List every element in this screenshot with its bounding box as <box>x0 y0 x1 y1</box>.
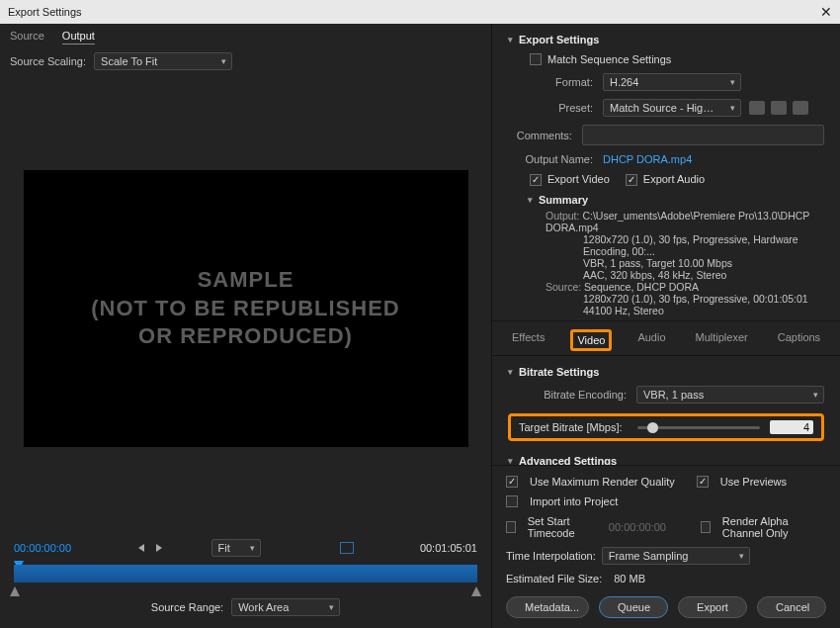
tab-effects[interactable]: Effects <box>508 329 548 351</box>
import-project-label: Import into Project <box>530 495 618 507</box>
output-name-label: Output Name: <box>508 153 593 165</box>
start-tc-value: 00:00:00:00 <box>609 521 666 533</box>
tab-audio[interactable]: Audio <box>633 329 669 351</box>
watermark-l2: (NOT TO BE REPUBLISHED <box>91 295 400 323</box>
tab-source[interactable]: Source <box>10 30 44 45</box>
format-label: Format: <box>508 76 593 88</box>
tab-output[interactable]: Output <box>62 30 95 45</box>
summary-output-l3: VBR, 1 pass, Target 10.00 Mbps <box>546 257 824 269</box>
timecode-row: 00:00:00:00 Fit 00:01:05:01 <box>0 531 491 565</box>
timeline-track[interactable] <box>14 565 477 583</box>
bitrate-enc-value: VBR, 1 pass <box>643 389 704 401</box>
summary-source-l2: 1280x720 (1.0), 30 fps, Progressive, 00:… <box>546 293 824 305</box>
preset-label: Preset: <box>508 102 593 114</box>
max-quality-label: Use Maximum Render Quality <box>530 476 675 488</box>
summary-output-path: C:\User_uments\Adobe\Premiere Pro\13.0\D… <box>546 210 809 233</box>
next-frame-icon[interactable] <box>156 544 162 552</box>
close-icon[interactable]: ✕ <box>820 4 832 20</box>
render-alpha-checkbox[interactable] <box>701 521 711 533</box>
slider-knob-icon[interactable] <box>647 422 658 433</box>
title-bar: Export Settings ✕ <box>0 0 840 24</box>
import-preset-icon[interactable] <box>771 101 787 115</box>
export-audio-checkbox[interactable] <box>626 174 637 186</box>
tab-multiplexer[interactable]: Multiplexer <box>692 329 752 351</box>
comments-label: Comments: <box>508 130 572 141</box>
source-range-label: Source Range: <box>151 601 223 613</box>
export-video-checkbox[interactable] <box>530 174 542 186</box>
delete-preset-icon[interactable] <box>793 101 808 115</box>
bitrate-enc-label: Bitrate Encoding: <box>528 389 627 401</box>
target-bitrate-input[interactable]: 4 <box>770 420 813 434</box>
chevron-down-icon: ▾ <box>528 195 533 205</box>
metadata-button[interactable]: Metadata... <box>506 596 589 618</box>
export-settings-header[interactable]: ▾ Export Settings <box>508 30 824 49</box>
export-button[interactable]: Export <box>678 596 747 618</box>
use-previews-checkbox[interactable] <box>697 476 709 488</box>
time-interp-value: Frame Sampling <box>609 550 689 562</box>
format-value: H.264 <box>610 76 638 88</box>
import-project-checkbox[interactable] <box>506 495 518 507</box>
preview-area: SAMPLE (NOT TO BE REPUBLISHED OR REPRODU… <box>0 76 491 531</box>
source-range-row: Source Range: Work Area <box>0 590 491 628</box>
summary-output-l2: 1280x720 (1.0), 30 fps, Progressive, Har… <box>546 233 824 257</box>
use-previews-label: Use Previews <box>720 476 787 488</box>
timeline[interactable] <box>0 565 491 590</box>
summary-source-l1: Sequence, DHCP DORA <box>584 281 699 293</box>
save-preset-icon[interactable] <box>749 101 765 115</box>
match-sequence-checkbox[interactable] <box>530 53 542 65</box>
export-video-label: Export Video <box>547 173 610 185</box>
export-audio-label: Export Audio <box>643 173 705 185</box>
source-range-select[interactable]: Work Area <box>231 598 340 616</box>
target-bitrate-slider[interactable] <box>637 426 760 429</box>
summary-source-l3: 44100 Hz, Stereo <box>546 305 824 316</box>
prev-frame-icon[interactable] <box>138 544 144 552</box>
target-bitrate-row: Target Bitrate [Mbps]: 4 <box>508 413 824 441</box>
right-panel: ▾ Export Settings Match Sequence Setting… <box>492 24 840 628</box>
summary-output-l4: AAC, 320 kbps, 48 kHz, Stereo <box>546 269 824 281</box>
summary-block: Output: C:\User_uments\Adobe\Premiere Pr… <box>508 210 824 316</box>
codec-tabs: Effects Video Audio Multiplexer Captions… <box>492 320 840 356</box>
chevron-down-icon: ▾ <box>508 35 513 45</box>
chevron-down-icon: ▾ <box>508 367 513 377</box>
tab-captions[interactable]: Captions <box>774 329 824 351</box>
queue-button[interactable]: Queue <box>599 596 668 618</box>
output-name-link[interactable]: DHCP DORA.mp4 <box>603 153 692 165</box>
footer: Use Maximum Render Quality Use Previews … <box>492 465 840 628</box>
time-interp-select[interactable]: Frame Sampling <box>602 547 750 565</box>
start-tc-checkbox[interactable] <box>506 521 516 533</box>
time-interp-label: Time Interpolation: <box>506 550 596 562</box>
summary-output-label: Output: <box>546 210 579 222</box>
est-size-label: Estimated File Size: <box>506 573 602 584</box>
source-scaling-value: Scale To Fit <box>101 55 157 67</box>
advanced-header[interactable]: ▾ Advanced Settings <box>508 451 824 465</box>
aspect-icon[interactable] <box>340 542 354 554</box>
tab-video[interactable]: Video <box>570 329 612 351</box>
format-select[interactable]: H.264 <box>603 73 741 91</box>
settings-scroll[interactable]: ▾ Export Settings Match Sequence Setting… <box>492 24 840 465</box>
preset-select[interactable]: Match Source - High bitrate <box>603 99 741 117</box>
preset-value: Match Source - High bitrate <box>610 102 718 114</box>
advanced-title: Advanced Settings <box>519 455 617 465</box>
window-title: Export Settings <box>8 6 82 18</box>
summary-header[interactable]: ▾ Summary <box>508 190 824 210</box>
chevron-down-icon: ▾ <box>508 456 513 465</box>
main-layout: Source Output Source Scaling: Scale To F… <box>0 24 840 628</box>
zoom-select[interactable]: Fit <box>211 539 261 557</box>
left-panel: Source Output Source Scaling: Scale To F… <box>0 24 492 628</box>
match-sequence-label: Match Sequence Settings <box>547 53 671 65</box>
bitrate-header[interactable]: ▾ Bitrate Settings <box>508 362 824 382</box>
summary-source-label: Source: <box>546 281 581 293</box>
est-size-value: 80 MB <box>614 573 645 584</box>
export-settings-title: Export Settings <box>519 34 599 45</box>
target-bitrate-label: Target Bitrate [Mbps]: <box>519 421 628 433</box>
render-alpha-label: Render Alpha Channel Only <box>722 515 826 539</box>
comments-input[interactable] <box>582 125 824 145</box>
zoom-value: Fit <box>218 542 230 554</box>
bitrate-enc-select[interactable]: VBR, 1 pass <box>636 386 824 404</box>
source-scaling-label: Source Scaling: <box>10 55 86 67</box>
source-range-value: Work Area <box>238 601 289 613</box>
source-scaling-select[interactable]: Scale To Fit <box>94 52 232 70</box>
cancel-button[interactable]: Cancel <box>757 596 826 618</box>
max-quality-checkbox[interactable] <box>506 476 518 488</box>
timecode-start[interactable]: 00:00:00:00 <box>14 542 71 554</box>
